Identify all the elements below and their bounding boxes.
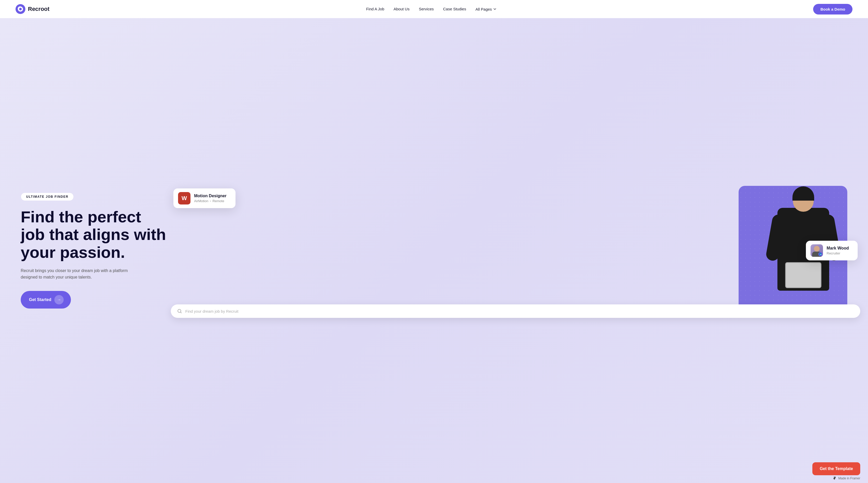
svg-point-2	[19, 8, 22, 10]
mark-wood-name: Mark Wood	[827, 246, 849, 250]
made-in-framer: Made in Framer	[833, 476, 860, 480]
nav-item-find-a-job[interactable]: Find A Job	[366, 7, 384, 11]
nav-links: Find A Job About Us Services Case Studie…	[366, 7, 497, 11]
avatar-head	[814, 246, 819, 251]
nav-item-about-us[interactable]: About Us	[394, 7, 410, 11]
linkedin-icon: in	[818, 252, 823, 256]
get-started-button[interactable]: Get Started →	[21, 291, 71, 308]
mark-wood-avatar: in	[810, 244, 823, 257]
airmotion-logo: W	[178, 192, 190, 205]
motion-designer-subtitle: AirMotion Remote	[194, 199, 226, 203]
hero-right: W Motion Designer AirMotion Remote i	[171, 178, 852, 323]
get-template-button[interactable]: Get the Template	[812, 462, 860, 475]
framer-icon	[833, 476, 837, 480]
motion-designer-card: W Motion Designer AirMotion Remote	[174, 188, 236, 208]
mark-wood-info: Mark Wood Recruiter	[827, 246, 849, 255]
search-placeholder-text: Find your dream job by Recruit	[185, 309, 238, 313]
mark-wood-role: Recruiter	[827, 251, 849, 255]
navbar: Recroot Find A Job About Us Services Cas…	[0, 0, 868, 18]
search-icon	[177, 308, 182, 314]
logo[interactable]: Recroot	[16, 4, 50, 14]
svg-text:in: in	[820, 253, 822, 255]
hero-subtitle: Recruit brings you closer to your dream …	[21, 267, 145, 280]
hero-title: Find the perfect job that aligns with yo…	[21, 208, 171, 261]
separator-dot	[210, 201, 211, 202]
nav-item-services[interactable]: Services	[419, 7, 434, 11]
person-tablet	[785, 262, 822, 288]
hero-section: ULTIMATE JOB FINDER Find the perfect job…	[0, 18, 868, 483]
logo-icon	[16, 4, 25, 14]
hero-badge: ULTIMATE JOB FINDER	[21, 192, 74, 201]
logo-text: Recroot	[28, 6, 50, 12]
hero-left: ULTIMATE JOB FINDER Find the perfect job…	[21, 192, 171, 308]
mark-wood-card: in Mark Wood Recruiter	[806, 241, 858, 261]
motion-designer-info: Motion Designer AirMotion Remote	[194, 193, 226, 203]
arrow-icon: →	[54, 295, 64, 304]
chevron-down-icon	[493, 7, 497, 11]
nav-item-all-pages[interactable]: All Pages	[475, 7, 496, 11]
person-hair	[793, 186, 814, 201]
hero-search-bar[interactable]: Find your dream job by Recruit	[171, 304, 860, 318]
motion-designer-title: Motion Designer	[194, 193, 226, 198]
book-demo-button[interactable]: Book a Demo	[813, 4, 852, 14]
nav-item-case-studies[interactable]: Case Studies	[443, 7, 466, 11]
